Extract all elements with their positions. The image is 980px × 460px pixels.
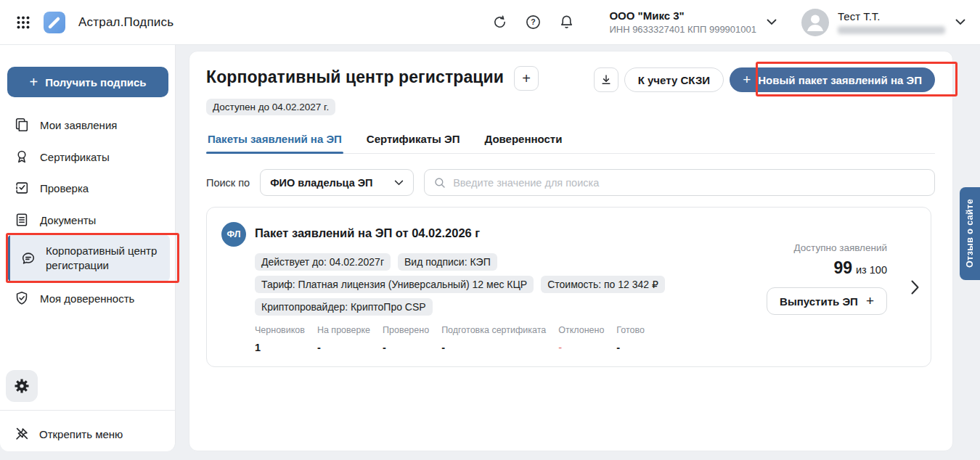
package-card[interactable]: ФЛ Пакет заявлений на ЭП от 04.02.2026 г… [206, 207, 931, 367]
available-applications-label: Доступно заявлений [767, 242, 887, 253]
sczi-accounting-button[interactable]: К учету СКЗИ [624, 67, 724, 92]
status-drafts: Черновиков 1 [255, 325, 305, 353]
unpin-menu-button[interactable]: Открепить меню [0, 419, 176, 448]
search-filter-select[interactable]: ФИО владельца ЭП [260, 169, 414, 196]
plus-icon: + [743, 72, 751, 88]
help-icon[interactable]: ? [520, 10, 545, 35]
new-package-label: Новый пакет заявлений на ЭП [758, 74, 922, 86]
sidebar-item-certificates[interactable]: Сертификаты [0, 144, 176, 170]
unpin-menu-label: Открепить меню [39, 428, 123, 440]
available-applications-count: 99из 100 [767, 258, 887, 278]
badge-crypto-provider: Криптопровайдер: КриптоПро CSP [255, 298, 433, 316]
award-icon [14, 149, 30, 165]
user-email-masked [838, 26, 945, 34]
issue-signature-label: Выпустить ЭП [780, 295, 858, 308]
copy-icon [14, 117, 30, 133]
add-center-button[interactable]: + [514, 66, 539, 91]
site-feedback-tab[interactable]: Отзыв о сайте [960, 187, 980, 280]
sidebar-item-corporate-registration-center[interactable]: Корпоративный центр регистрации [7, 234, 170, 282]
sidebar-divider [0, 410, 176, 411]
page-title: Корпоративный центр регистрации [206, 67, 504, 87]
issue-signature-button[interactable]: Выпустить ЭП + [767, 287, 887, 315]
tab-certificates[interactable]: Сертификаты ЭП [365, 127, 462, 153]
gear-icon [13, 377, 30, 395]
app-title: Астрал.Подпись [78, 15, 173, 30]
status-certificate-preparation: Подготовка сертификата - [441, 325, 546, 353]
badge-cost: Стоимость: по 12 342 ₽ [541, 276, 665, 293]
user-menu[interactable]: Тест Т.Т. [838, 10, 945, 34]
company-name: ООО "Микс 3" [609, 9, 756, 22]
active-indicator-bar [7, 234, 10, 282]
pin-slash-icon [14, 426, 30, 442]
sidebar-item-label: Документы [40, 214, 96, 226]
sidebar-item-documents[interactable]: Документы [0, 207, 176, 233]
bell-icon[interactable] [554, 10, 579, 35]
user-chevron-down-icon[interactable] [955, 19, 965, 25]
site-feedback-label: Отзыв о сайте [965, 199, 975, 268]
check-square-icon [14, 180, 30, 196]
download-icon [600, 73, 613, 86]
badge-valid-until: Действует до: 04.02.2027г [255, 253, 391, 271]
status-ready: Готово - [616, 325, 645, 353]
main-panel: Корпоративный центр регистрации + К учет… [189, 51, 953, 451]
refresh-icon[interactable] [487, 10, 512, 35]
status-under-review: На проверке - [317, 325, 370, 353]
sidebar-item-label: Сертификаты [40, 151, 110, 163]
sidebar-item-label: Моя доверенность [40, 292, 134, 305]
status-counters: Черновиков 1 На проверке - Проверено - П… [255, 325, 916, 353]
plus-icon: + [30, 74, 38, 91]
company-chevron-down-icon[interactable] [767, 19, 777, 25]
badge-signature-type: Вид подписи: КЭП [398, 253, 497, 271]
sidebar-item-label: Корпоративный центр регистрации [46, 244, 166, 273]
sidebar: + Получить подпись Мои заявления Сертифи… [0, 45, 176, 451]
search-filter-value: ФИО владельца ЭП [270, 177, 372, 189]
chevron-right-icon[interactable] [911, 280, 919, 295]
document-icon [14, 212, 30, 228]
sidebar-item-label: Проверка [40, 182, 89, 194]
status-checked: Проверено - [383, 325, 429, 353]
tab-bar: Пакеты заявлений на ЭП Сертификаты ЭП До… [206, 127, 935, 154]
user-avatar[interactable] [801, 9, 829, 36]
tab-application-packages[interactable]: Пакеты заявлений на ЭП [206, 127, 343, 153]
chevron-down-icon [394, 180, 404, 186]
user-name: Тест Т.Т. [838, 10, 945, 22]
download-button[interactable] [594, 67, 618, 92]
company-selector[interactable]: ООО "Микс 3" ИНН 9633327401 КПП 99990100… [609, 9, 756, 35]
sidebar-item-my-applications[interactable]: Мои заявления [0, 112, 176, 138]
tab-powers-of-attorney[interactable]: Доверенности [483, 127, 564, 153]
sidebar-item-my-power-of-attorney[interactable]: Моя доверенность [0, 285, 176, 311]
app-grid-icon[interactable] [16, 15, 30, 30]
badge-tariff: Тариф: Платная лицензия (Универсальный) … [255, 276, 534, 293]
search-input[interactable] [453, 177, 926, 189]
plus-icon: + [866, 293, 874, 309]
search-input-wrapper [424, 169, 935, 196]
app-logo-pen-icon [44, 12, 65, 33]
search-by-label: Поиск по [206, 177, 250, 189]
new-package-button[interactable]: + Новый пакет заявлений на ЭП [730, 67, 935, 92]
top-header: Астрал.Подпись ? ООО "Микс 3" ИНН 963332… [0, 0, 980, 45]
svg-text:?: ? [531, 17, 535, 26]
settings-button[interactable] [6, 370, 38, 402]
availability-badge: Доступен до 04.02.2027 г. [206, 99, 335, 115]
package-type-avatar: ФЛ [221, 222, 246, 247]
chat-icon [20, 250, 36, 266]
get-signature-button[interactable]: + Получить подпись [7, 67, 168, 97]
status-rejected: Отклонено - [558, 325, 604, 353]
get-signature-label: Получить подпись [45, 76, 146, 89]
shield-check-icon [14, 290, 30, 306]
company-inn-kpp: ИНН 9633327401 КПП 999901001 [609, 24, 756, 35]
package-title: Пакет заявлений на ЭП от 04.02.2026 г [255, 222, 480, 240]
sidebar-item-check[interactable]: Проверка [0, 175, 176, 201]
sidebar-item-label: Мои заявления [40, 119, 117, 131]
search-icon [433, 176, 446, 189]
